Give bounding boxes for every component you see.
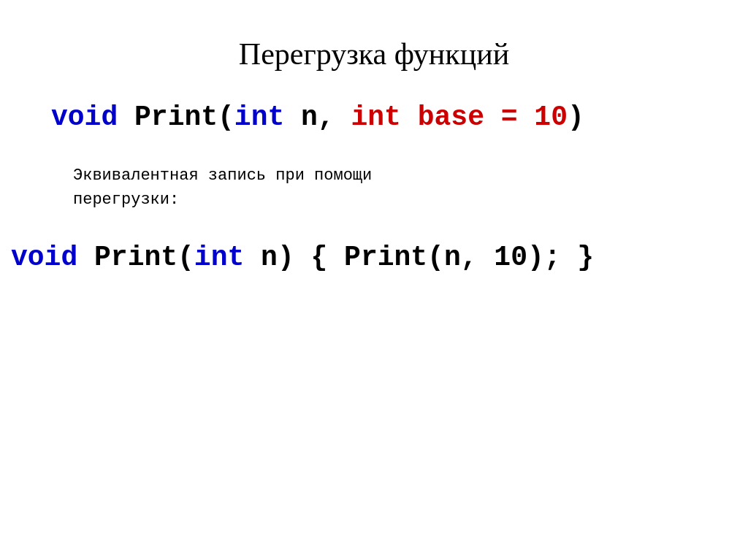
title-section: Перегрузка функций xyxy=(44,37,704,72)
keyword-void-2: void xyxy=(11,242,77,273)
description-line-2: перегрузки: xyxy=(73,188,704,212)
code-line-1: void Print(int n, int base = 10) xyxy=(51,101,704,134)
code-close-paren: ) xyxy=(568,101,584,133)
page-container: Перегрузка функций void Print(int n, int… xyxy=(0,0,748,560)
code-section-1: void Print(int n, int base = 10) xyxy=(51,101,704,134)
description-section: Эквивалентная запись при помощи перегруз… xyxy=(73,164,704,212)
description-line-1: Эквивалентная запись при помощи xyxy=(73,164,704,188)
keyword-int-2: int xyxy=(194,242,244,273)
keyword-int-red: int xyxy=(351,101,401,133)
code2-body: n) { Print(n, 10); } xyxy=(244,242,594,273)
keyword-int-1: int xyxy=(234,101,284,133)
code2-print-open: Print( xyxy=(77,242,194,273)
code-section-2: void Print(int n) { Print(n, 10); } xyxy=(29,241,704,275)
code-print-open: Print( xyxy=(118,101,234,133)
keyword-void-1: void xyxy=(51,101,118,133)
code-line-2: void Print(int n) { Print(n, 10); } xyxy=(11,241,704,275)
code-n-comma: n, xyxy=(284,101,351,133)
code-base-eq-10: base = 10 xyxy=(401,101,568,133)
page-title: Перегрузка функций xyxy=(239,37,509,71)
